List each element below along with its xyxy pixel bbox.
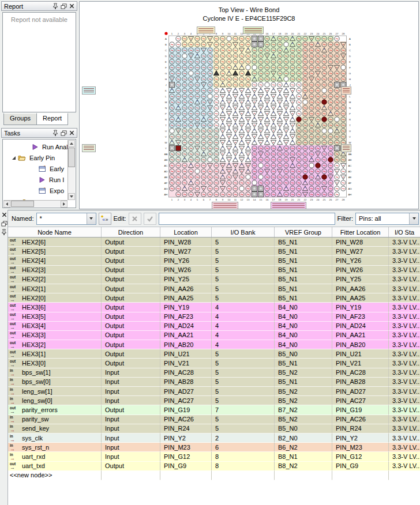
io-bank-cell[interactable]: 6 (212, 443, 275, 452)
tab-groups[interactable]: Groups (3, 113, 37, 125)
fitter-location-cell[interactable]: PIN_AC28 (332, 368, 389, 378)
tasks-tree-item[interactable] (3, 196, 68, 200)
io-bank-cell[interactable]: 5 (212, 359, 275, 368)
direction-cell[interactable]: Input (102, 387, 160, 396)
close-icon[interactable] (68, 2, 76, 10)
column-header[interactable]: Node Name (8, 227, 102, 237)
node-name-cell[interactable]: in→leng_sw[1] (8, 387, 102, 396)
fitter-location-cell[interactable]: PIN_Y19 (332, 303, 389, 312)
node-name-cell[interactable]: in→leng_sw[0] (8, 396, 102, 405)
io-bank-cell[interactable]: 4 (212, 340, 275, 349)
io-bank-cell[interactable]: 5 (212, 247, 275, 256)
node-name-cell[interactable]: out→HEX3[5] (8, 312, 102, 322)
fitter-location-cell[interactable]: PIN_Y2 (332, 434, 389, 443)
location-cell[interactable]: PIN_AB28 (160, 378, 212, 387)
location-cell[interactable]: PIN_AD27 (160, 387, 212, 396)
location-cell[interactable]: PIN_Y26 (160, 256, 212, 265)
scroll-thumb[interactable] (68, 148, 75, 167)
io-standard-cell[interactable]: 3.3-V LV... (389, 322, 420, 331)
io-standard-cell[interactable]: 3.3-V LV... (389, 387, 420, 396)
io-bank-cell[interactable]: 5 (212, 349, 275, 359)
vref-group-cell[interactable]: B5_N1 (275, 247, 332, 256)
vref-group-cell[interactable]: B5_N1 (275, 359, 332, 368)
fitter-location-cell[interactable]: PIN_V21 (332, 359, 389, 368)
fitter-location-cell[interactable]: PIN_W28 (332, 238, 389, 247)
node-name-cell[interactable]: in→bps_sw[0] (8, 378, 102, 387)
filter-combobox[interactable]: Pins: all (355, 213, 419, 225)
direction-cell[interactable]: Output (102, 284, 160, 293)
fitter-location-cell[interactable]: PIN_G9 (332, 462, 389, 471)
vref-group-cell[interactable]: B6_N2 (275, 443, 332, 452)
named-combobox[interactable]: * (36, 213, 96, 225)
direction-cell[interactable]: Output (102, 303, 160, 312)
vref-group-cell[interactable]: B5_N1 (275, 284, 332, 293)
column-header[interactable]: I/O Bank (212, 227, 275, 237)
location-cell[interactable]: PIN_AD24 (160, 322, 212, 331)
edit-input[interactable] (159, 213, 335, 225)
fitter-location-cell[interactable]: PIN_W27 (332, 247, 389, 256)
vref-group-cell[interactable]: B4_N0 (275, 303, 332, 312)
table-row[interactable]: in→sys_clkInputPIN_Y22B2_N0PIN_Y23.3-V L… (8, 434, 420, 443)
io-bank-cell[interactable]: 4 (212, 322, 275, 331)
direction-cell[interactable]: Output (102, 238, 160, 247)
direction-cell[interactable]: Output (102, 293, 160, 303)
location-cell[interactable]: PIN_G12 (160, 452, 212, 461)
fitter-location-cell[interactable]: PIN_AC27 (332, 396, 389, 405)
location-cell[interactable]: PIN_AB20 (160, 340, 212, 349)
tasks-tree-item[interactable]: Early Pin (3, 152, 68, 163)
fitter-location-cell[interactable]: PIN_U21 (332, 349, 389, 359)
location-cell[interactable] (160, 471, 212, 480)
location-cell[interactable]: PIN_G19 (160, 405, 212, 414)
location-cell[interactable]: PIN_AA21 (160, 331, 212, 340)
fitter-location-cell[interactable]: PIN_Y26 (332, 256, 389, 265)
node-name-cell[interactable]: in→bps_sw[1] (8, 368, 102, 378)
node-name-cell[interactable]: in→sys_rst_n (8, 443, 102, 452)
io-bank-cell[interactable]: 5 (212, 368, 275, 378)
node-name-cell[interactable]: out→HEX2[2] (8, 275, 102, 284)
io-standard-cell[interactable]: 3.3-V LV... (389, 312, 420, 322)
direction-cell[interactable]: Output (102, 256, 160, 265)
direction-cell[interactable]: Input (102, 443, 160, 452)
io-bank-cell[interactable]: 5 (212, 284, 275, 293)
vref-group-cell[interactable] (275, 471, 332, 480)
chevron-down-icon[interactable] (409, 213, 418, 224)
vref-group-cell[interactable]: B4_N0 (275, 322, 332, 331)
node-name-cell[interactable]: in→parity_sw (8, 415, 102, 424)
vref-group-cell[interactable]: B5_N2 (275, 387, 332, 396)
fitter-location-cell[interactable]: PIN_G12 (332, 452, 389, 461)
vref-group-cell[interactable]: B8_N2 (275, 462, 332, 471)
io-standard-cell[interactable]: 3.3-V LV... (389, 368, 420, 378)
direction-cell[interactable]: Input (102, 396, 160, 405)
direction-cell[interactable]: Input (102, 368, 160, 378)
scroll-thumb[interactable] (11, 201, 34, 207)
io-bank-cell[interactable]: 4 (212, 312, 275, 322)
vref-group-cell[interactable]: B5_N0 (275, 349, 332, 359)
table-row[interactable]: in→bps_sw[1]InputPIN_AC285B5_N2PIN_AC283… (8, 368, 420, 378)
direction-cell[interactable]: Input (102, 434, 160, 443)
location-cell[interactable]: PIN_Y2 (160, 434, 212, 443)
column-header[interactable]: Fitter Location (332, 227, 389, 237)
table-row[interactable]: in→sys_rst_nInputPIN_M236B6_N2PIN_M233.3… (8, 443, 420, 452)
edit-cancel-button[interactable] (129, 213, 141, 225)
direction-cell[interactable]: Input (102, 424, 160, 434)
vref-group-cell[interactable]: B5_N2 (275, 368, 332, 378)
node-name-cell[interactable]: in→uart_rxd (8, 452, 102, 461)
column-header[interactable]: Location (160, 227, 212, 237)
vref-group-cell[interactable]: B5_N1 (275, 266, 332, 275)
io-standard-cell[interactable]: 3.3-V LV... (389, 434, 420, 443)
io-standard-cell[interactable]: 3.3-V LV... (389, 238, 420, 247)
io-bank-cell[interactable] (212, 471, 275, 480)
edit-accept-button[interactable] (144, 213, 156, 225)
table-row[interactable]: in→leng_sw[0]InputPIN_AC275B5_N2PIN_AC27… (8, 396, 420, 405)
direction-cell[interactable]: Output (102, 462, 160, 471)
io-standard-cell[interactable]: 3.3-V LV... (389, 405, 420, 414)
close-icon[interactable] (68, 129, 76, 137)
location-cell[interactable]: PIN_W28 (160, 238, 212, 247)
direction-cell[interactable]: Input (102, 415, 160, 424)
node-finder-button[interactable]: « » (99, 213, 111, 225)
io-bank-cell[interactable]: 8 (212, 462, 275, 471)
table-row[interactable]: out→HEX2[1]OutputPIN_AA265B5_N1PIN_AA263… (8, 284, 420, 293)
direction-cell[interactable]: Output (102, 275, 160, 284)
table-row[interactable]: out→HEX2[3]OutputPIN_W265B5_N1PIN_W263.3… (8, 266, 420, 275)
io-bank-cell[interactable]: 5 (212, 415, 275, 424)
